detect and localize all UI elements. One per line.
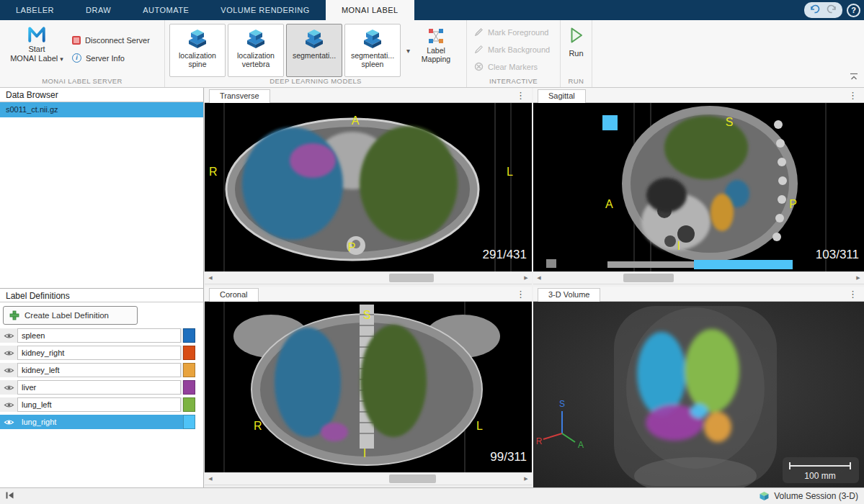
label-name[interactable]: lung_right	[17, 415, 181, 429]
run-icon	[569, 27, 584, 44]
label-definitions-title: Label Definitions	[0, 288, 203, 302]
label-color-swatch[interactable]	[183, 328, 195, 343]
transverse-header: Transverse ⋮	[205, 88, 532, 103]
menu-dots-icon[interactable]: ⋮	[848, 90, 858, 101]
label-name[interactable]: liver	[17, 380, 181, 395]
label-name[interactable]: lung_left	[17, 397, 181, 412]
transverse-tab[interactable]: Transverse	[209, 89, 270, 103]
sagittal-scrollbar[interactable]: ◀ ▶	[533, 271, 864, 284]
eye-icon[interactable]	[4, 401, 14, 409]
label-color-swatch[interactable]	[183, 415, 195, 429]
coronal-tab[interactable]: Coronal	[209, 288, 259, 302]
transverse-canvas[interactable]: A R L P 291/431	[205, 103, 532, 271]
start-label-line2: MONAI Label ▾	[10, 54, 63, 64]
slice-range-highlight[interactable]	[694, 260, 793, 269]
coronal-header: Coronal ⋮	[205, 287, 532, 302]
transverse-scrollbar[interactable]: ◀ ▶	[205, 271, 532, 284]
server-info-button[interactable]: i Server Info	[72, 53, 125, 63]
label-mapping-icon	[427, 27, 445, 46]
data-browser-item[interactable]: s0011_ct.nii.gz	[0, 102, 203, 117]
orientation-label-top: S	[363, 309, 371, 321]
gallery-dropdown-button[interactable]: ▾	[403, 24, 414, 77]
slice-indicator: 99/311	[490, 450, 527, 464]
label-color-swatch[interactable]	[183, 363, 195, 377]
volume3d-tab[interactable]: 3-D Volume	[538, 288, 600, 302]
slice-indicator: 103/311	[816, 248, 859, 261]
volume-rendering-illustration: S R A 100 mm	[533, 302, 864, 487]
model-segmentation-spleen[interactable]: segmentati... spleen	[344, 24, 401, 77]
eye-icon[interactable]	[4, 366, 14, 374]
tab-draw[interactable]: DRAW	[70, 0, 127, 20]
section-label-server: MONAI LABEL SERVER	[0, 77, 164, 85]
model-label-line2: vertebra	[242, 60, 270, 68]
label-mapping-button[interactable]: Label Mapping	[417, 24, 455, 77]
disconnect-icon	[72, 36, 81, 45]
scrollbar-thumb[interactable]	[389, 274, 434, 282]
label-row-kidney-right[interactable]: kidney_right	[0, 346, 195, 360]
eye-icon[interactable]	[4, 418, 14, 426]
model-localization-spine[interactable]: localization spine	[169, 24, 226, 77]
label-color-swatch[interactable]	[183, 397, 195, 412]
model-segmentation-selected[interactable]: segmentati...	[286, 24, 342, 77]
eye-icon[interactable]	[4, 349, 14, 357]
eye-icon[interactable]	[4, 384, 14, 392]
volume3d-canvas[interactable]: S R A 100 mm	[533, 302, 864, 487]
collapse-ribbon-button[interactable]	[850, 71, 858, 84]
sagittal-tab[interactable]: Sagittal	[538, 89, 586, 103]
menu-dots-icon[interactable]: ⋮	[516, 90, 525, 101]
scrollbar-left-icon[interactable]: ◀	[205, 473, 216, 485]
section-deep-learning-models: localization spine localization vertebra…	[165, 20, 467, 87]
label-row-lung-left[interactable]: lung_left	[0, 397, 195, 412]
undo-icon	[810, 4, 820, 14]
label-name[interactable]: kidney_left	[17, 363, 181, 377]
redo-button[interactable]	[827, 4, 837, 17]
start-monai-label-button[interactable]: Start MONAI Label ▾	[10, 25, 63, 64]
menu-dots-icon[interactable]: ⋮	[848, 289, 858, 300]
tab-monai-label[interactable]: MONAI LABEL	[326, 0, 414, 20]
scrollbar-thumb[interactable]	[389, 474, 436, 483]
tab-labeler[interactable]: LABELER	[0, 0, 70, 20]
model-label-line1: localization	[237, 51, 275, 60]
model-gallery: localization spine localization vertebra…	[169, 24, 455, 77]
sagittal-canvas[interactable]: S A P I 103/311	[533, 103, 864, 271]
session-status: Volume Session (3-D)	[759, 491, 858, 501]
tab-volume-rendering[interactable]: VOLUME RENDERING	[205, 0, 326, 20]
label-color-swatch[interactable]	[183, 380, 195, 395]
mark-foreground-button[interactable]: Mark Foreground	[474, 27, 548, 37]
section-label-run: RUN	[561, 77, 592, 85]
scrollbar-right-icon[interactable]: ▶	[520, 473, 532, 485]
model-localization-vertebra[interactable]: localization vertebra	[228, 24, 284, 77]
undo-button[interactable]	[810, 4, 820, 17]
create-label-definition-button[interactable]: Create Label Definition	[3, 306, 138, 325]
chevron-down-icon: ▾	[406, 47, 410, 55]
info-icon: i	[72, 53, 81, 63]
quick-access-toolbar: ?	[804, 0, 864, 20]
help-button[interactable]: ?	[847, 4, 860, 17]
label-row-kidney-left[interactable]: kidney_left	[0, 363, 195, 377]
clear-markers-button[interactable]: Clear Markers	[474, 62, 538, 71]
eye-icon[interactable]	[4, 332, 14, 340]
coronal-canvas[interactable]: S R L I 99/311	[205, 302, 532, 472]
coronal-scrollbar[interactable]: ◀ ▶	[205, 472, 532, 485]
slice-range-handle[interactable]	[546, 259, 556, 268]
scrollbar-right-icon[interactable]: ▶	[852, 272, 864, 284]
section-label-models: DEEP LEARNING MODELS	[165, 77, 466, 85]
label-row-spleen[interactable]: spleen	[0, 328, 195, 343]
mark-background-button[interactable]: Mark Background	[474, 45, 550, 54]
label-row-lung-right[interactable]: lung_right	[0, 415, 195, 429]
scrollbar-right-icon[interactable]: ▶	[520, 272, 532, 284]
label-name[interactable]: kidney_right	[17, 346, 181, 360]
disconnect-server-button[interactable]: Disconnect Server	[72, 36, 150, 45]
collapse-panel-button[interactable]	[6, 491, 14, 501]
run-button[interactable]: Run	[561, 27, 592, 58]
tab-automate[interactable]: AUTOMATE	[127, 0, 205, 20]
label-row-liver[interactable]: liver	[0, 380, 195, 395]
label-color-swatch[interactable]	[183, 346, 195, 360]
menu-dots-icon[interactable]: ⋮	[516, 289, 525, 300]
scrollbar-left-icon[interactable]: ◀	[205, 272, 216, 284]
label-name[interactable]: spleen	[17, 328, 181, 343]
scrollbar-thumb[interactable]	[623, 274, 674, 282]
model-label-line1: segmentati...	[293, 51, 336, 60]
scrollbar-left-icon[interactable]: ◀	[533, 272, 545, 284]
slice-range-bar[interactable]	[607, 261, 694, 268]
